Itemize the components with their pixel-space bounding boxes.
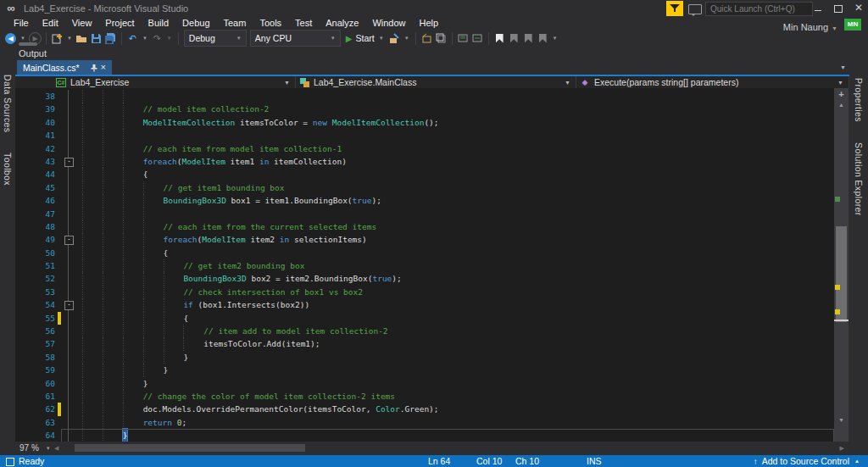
code-line-48[interactable]: 48// each item from the current selected… (15, 220, 834, 233)
code-line-58[interactable]: 58} (15, 351, 834, 364)
code-line-54[interactable]: 54-if (box1.Intersects(box2)) (15, 298, 834, 311)
code-line-59[interactable]: 59} (15, 364, 834, 376)
line-number[interactable]: 64 (15, 429, 55, 442)
chevron-down-icon[interactable]: ▼ (164, 36, 175, 41)
code-line-41[interactable]: 41 (15, 129, 834, 142)
chevron-down-icon[interactable]: ▼ (64, 36, 75, 41)
scroll-right-icon[interactable]: ▶ (840, 445, 844, 452)
tab-mainclass[interactable]: MainClass.cs* × (17, 60, 112, 75)
tool-tab-solution-explorer[interactable]: Solution Explorer (854, 142, 864, 216)
menu-team[interactable]: Team (217, 17, 253, 29)
code-line-42[interactable]: 42// each item from model item collectio… (15, 142, 834, 155)
menu-window[interactable]: Window (365, 17, 412, 29)
line-number[interactable]: 44 (15, 168, 55, 181)
menu-help[interactable]: Help (413, 17, 446, 29)
line-number[interactable]: 60 (15, 377, 55, 390)
code-line-55[interactable]: 55{ (15, 312, 834, 325)
code-line-46[interactable]: 46BoundingBox3D box1 = item1.BoundingBox… (15, 194, 834, 207)
code-line-63[interactable]: 63return 0; (15, 416, 834, 429)
output-window-tab[interactable]: Output (19, 48, 47, 58)
line-number[interactable]: 61 (15, 390, 55, 403)
uncomment-icon[interactable] (470, 31, 485, 45)
new-project-icon[interactable] (50, 31, 64, 45)
pin-icon[interactable] (90, 64, 97, 72)
code-line-38[interactable]: 38 (15, 90, 834, 103)
menu-file[interactable]: File (7, 17, 36, 29)
clear-bookmarks-icon[interactable] (536, 31, 550, 45)
minimize-button[interactable] (810, 2, 826, 15)
chevron-down-icon[interactable]: ▼ (402, 36, 412, 41)
tool-tab-toolbox[interactable]: Toolbox (3, 153, 13, 186)
document-well-dropdown-icon[interactable]: ▼ (840, 64, 846, 70)
code-line-60[interactable]: 60} (15, 377, 834, 390)
code-line-62[interactable]: 62doc.Models.OverridePermanentColor(item… (15, 403, 834, 415)
editor-split-handle-icon[interactable]: + (834, 89, 849, 99)
line-number[interactable]: 57 (15, 337, 55, 350)
step-into-icon[interactable] (420, 31, 434, 45)
save-icon[interactable] (89, 31, 103, 45)
open-file-icon[interactable] (75, 31, 89, 45)
code-line-61[interactable]: 61// change the color of model item coll… (15, 390, 834, 403)
line-number[interactable]: 48 (15, 220, 55, 233)
close-button[interactable]: ✕ (851, 2, 866, 15)
line-number[interactable]: 39 (15, 103, 55, 115)
code-editor[interactable]: 3839// model item collection-240ModelIte… (15, 88, 834, 442)
code-line-49[interactable]: 49-foreach(ModelItem item2 in selectionI… (15, 233, 834, 246)
fold-collapse-icon[interactable]: - (64, 236, 74, 245)
code-line-44[interactable]: 44{ (15, 168, 834, 181)
restore-button[interactable] (831, 2, 846, 15)
redo-icon[interactable]: ↷ (150, 31, 164, 45)
code-line-47[interactable]: 47 (15, 208, 834, 220)
code-line-45[interactable]: 45// get item1 bounding box (15, 181, 834, 194)
tool-tab-data-sources[interactable]: Data Sources (3, 75, 13, 132)
horizontal-scrollbar-thumb[interactable] (75, 444, 305, 452)
comment-icon[interactable] (456, 31, 470, 45)
tool-tab-properties[interactable]: Properties (854, 78, 864, 122)
menu-project[interactable]: Project (98, 17, 141, 29)
scroll-left-icon[interactable]: ◀ (54, 445, 58, 452)
code-line-40[interactable]: 40ModelItemCollection itemsToColor = new… (15, 116, 834, 129)
menu-debug[interactable]: Debug (175, 17, 216, 29)
code-line-43[interactable]: 43-foreach(ModelItem item1 in itemCollec… (15, 155, 834, 168)
line-number[interactable]: 59 (15, 364, 55, 376)
class-dropdown[interactable]: Lab4_Exercise.MainClass ▼ (296, 76, 576, 88)
line-number[interactable]: 42 (15, 142, 55, 155)
member-dropdown[interactable]: ◆ Execute(params string[] parameters) ▼ (576, 76, 849, 88)
code-line-52[interactable]: 52BoundingBox3D box2 = item2.BoundingBox… (15, 272, 834, 285)
user-account-area[interactable]: Min Naung▼MN (783, 19, 861, 31)
menu-edit[interactable]: Edit (36, 17, 65, 29)
solution-platform-dropdown[interactable]: Any CPU ▼ (250, 30, 341, 47)
next-bookmark-icon[interactable] (521, 31, 536, 45)
code-line-64[interactable]: 64} (15, 429, 834, 442)
line-number[interactable]: 41 (15, 129, 55, 142)
code-line-51[interactable]: 51// get item2 bounding box (15, 259, 834, 272)
line-number[interactable]: 54 (15, 298, 55, 311)
navigate-back-icon[interactable]: ◀ (3, 31, 18, 45)
line-number[interactable]: 51 (15, 259, 55, 272)
vertical-scrollbar[interactable]: + ▲ ▼ (834, 88, 849, 442)
scroll-up-icon[interactable]: ▲ (834, 102, 849, 108)
line-number[interactable]: 40 (15, 116, 55, 129)
avatar[interactable]: MN (844, 19, 861, 31)
code-line-53[interactable]: 53// check intersection of box1 vs box2 (15, 286, 834, 298)
line-number[interactable]: 58 (15, 351, 55, 364)
toggle-bookmark-icon[interactable] (492, 31, 507, 45)
fold-collapse-icon[interactable]: - (64, 301, 74, 310)
line-number[interactable]: 43 (15, 155, 55, 168)
close-icon[interactable]: × (101, 63, 106, 72)
fold-collapse-icon[interactable]: - (64, 158, 74, 167)
line-number[interactable]: 56 (15, 325, 55, 337)
project-dropdown[interactable]: C# Lab4_Exercise ▼ (15, 76, 296, 88)
scroll-down-icon[interactable]: ▼ (834, 417, 849, 423)
menu-view[interactable]: View (65, 17, 99, 29)
chevron-down-icon[interactable]: ▼ (18, 36, 28, 41)
line-number[interactable]: 38 (15, 90, 55, 103)
save-all-icon[interactable] (103, 31, 118, 45)
code-line-50[interactable]: 50{ (15, 247, 834, 259)
output-window-grip[interactable] (19, 42, 37, 46)
add-to-source-control-button[interactable]: ↑ Add to Source Control ▲ (754, 456, 860, 466)
menu-test[interactable]: Test (288, 17, 319, 29)
line-number[interactable]: 46 (15, 194, 55, 207)
line-number[interactable]: 63 (15, 416, 55, 429)
menu-tools[interactable]: Tools (253, 17, 288, 29)
